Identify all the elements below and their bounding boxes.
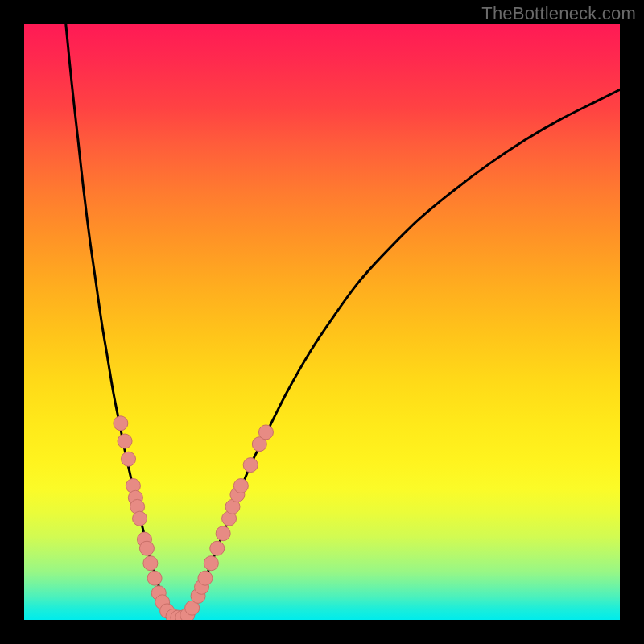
scatter-layer	[114, 416, 274, 620]
data-point	[198, 571, 213, 585]
data-point	[258, 425, 273, 440]
data-point	[243, 458, 258, 473]
curve-layer	[66, 24, 620, 617]
data-point	[216, 526, 230, 541]
watermark-label: TheBottleneck.com	[481, 3, 636, 24]
data-point	[114, 416, 128, 431]
chart-svg	[24, 24, 620, 620]
curve-left-branch	[66, 24, 173, 617]
data-point	[210, 541, 225, 555]
plot-area	[24, 24, 620, 620]
data-point	[139, 541, 154, 555]
data-point	[204, 556, 218, 571]
data-point	[118, 434, 132, 448]
data-point	[143, 556, 158, 571]
data-point	[233, 479, 248, 493]
data-point	[147, 571, 162, 585]
chart-frame: TheBottleneck.com	[0, 0, 644, 644]
data-point	[133, 511, 147, 526]
curve-right-branch	[185, 89, 620, 617]
data-point	[122, 452, 136, 466]
